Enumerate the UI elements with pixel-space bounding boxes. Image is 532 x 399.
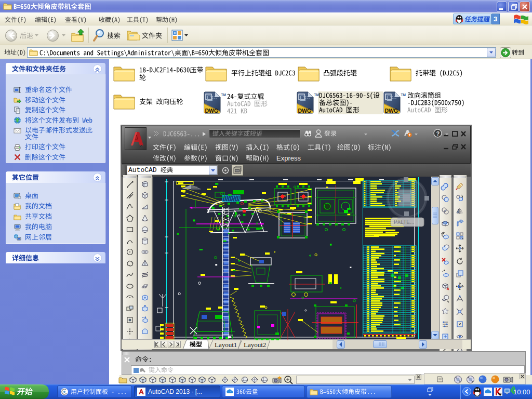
- svg-text:DWG: DWG: [385, 108, 398, 114]
- svg-text:TM: TM: [314, 93, 319, 97]
- svg-text:PXLTE...: PXLTE...: [394, 219, 414, 225]
- svg-text:DWG: DWG: [205, 108, 219, 114]
- svg-text:DWG: DWG: [298, 108, 312, 114]
- svg-text:?: ?: [436, 130, 440, 137]
- svg-text:TM: TM: [221, 93, 226, 97]
- svg-text:TM: TM: [401, 93, 406, 97]
